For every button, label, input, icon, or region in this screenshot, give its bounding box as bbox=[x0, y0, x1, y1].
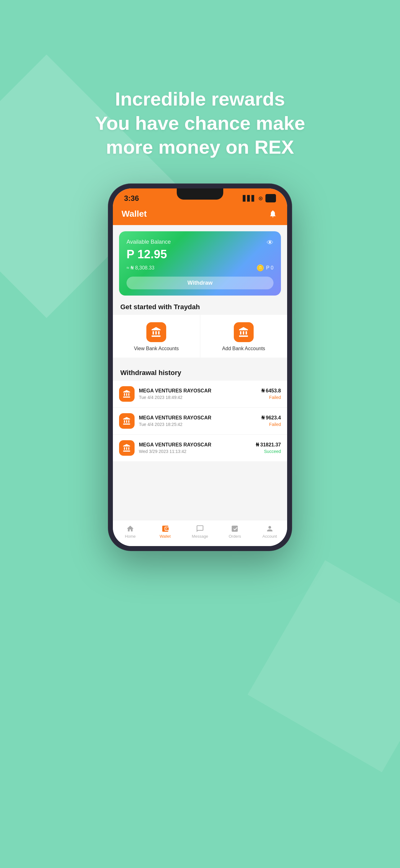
balance-card: 👁 Available Balance P 12.95 ≈ ₦ 8,308.33… bbox=[119, 231, 281, 296]
history-bank-icon-2 bbox=[119, 413, 135, 429]
history-right-3: ₦ 31821.37 Succeed bbox=[256, 442, 281, 454]
battery-badge: 87 bbox=[265, 194, 276, 203]
history-right-2: ₦ 9623.4 Failed bbox=[261, 415, 281, 427]
add-bank-accounts-item[interactable]: Add Bank Accounts bbox=[200, 315, 288, 358]
balance-label: Available Balance bbox=[127, 239, 273, 245]
nav-home[interactable]: Home bbox=[118, 525, 143, 538]
withdraw-button[interactable]: Withdraw bbox=[127, 277, 273, 289]
nav-account[interactable]: Account bbox=[257, 525, 282, 538]
nav-message[interactable]: Message bbox=[188, 525, 212, 538]
wallet-header-title: Wallet bbox=[122, 209, 147, 219]
bottom-nav: Home Wallet Message bbox=[113, 520, 287, 546]
signal-icon: ▋▋▋ bbox=[243, 195, 256, 202]
nav-wallet[interactable]: Wallet bbox=[153, 525, 178, 538]
history-info-3: MEGA VENTURES RAYOSCAR Wed 3/29 2023 11:… bbox=[139, 442, 252, 454]
get-started-title: Get started with Traydah bbox=[113, 296, 287, 315]
phone-notch bbox=[177, 188, 223, 199]
history-right-1: ₦ 6453.8 Failed bbox=[261, 388, 281, 400]
history-info-2: MEGA VENTURES RAYOSCAR Tue 4/4 2023 18:2… bbox=[139, 415, 257, 427]
nav-message-label: Message bbox=[192, 534, 208, 538]
page-container: Incredible rewards You have chance make … bbox=[0, 0, 400, 868]
coins-badge: 🪙 P 0 bbox=[257, 264, 273, 272]
scroll-content: 👁 Available Balance P 12.95 ≈ ₦ 8,308.33… bbox=[113, 225, 287, 520]
view-bank-icon bbox=[146, 322, 166, 342]
history-bank-icon-3 bbox=[119, 440, 135, 456]
balance-amount: P 12.95 bbox=[127, 248, 273, 261]
history-amount-2: ₦ 9623.4 bbox=[261, 415, 281, 421]
nav-orders-label: Orders bbox=[229, 534, 241, 538]
history-date-1: Tue 4/4 2023 18:49:42 bbox=[139, 395, 257, 400]
nav-account-label: Account bbox=[262, 534, 277, 538]
history-item-2[interactable]: MEGA VENTURES RAYOSCAR Tue 4/4 2023 18:2… bbox=[113, 408, 287, 435]
nav-wallet-label: Wallet bbox=[160, 534, 171, 538]
withdrawal-history-title: Withdrawal history bbox=[113, 361, 287, 381]
history-amount-1: ₦ 6453.8 bbox=[261, 388, 281, 394]
eye-icon[interactable]: 👁 bbox=[267, 239, 273, 247]
balance-row: ≈ ₦ 8,308.33 🪙 P 0 bbox=[127, 264, 273, 272]
history-date-3: Wed 3/29 2023 11:13:42 bbox=[139, 449, 252, 454]
phone-frame: 3:36 ▋▋▋ ⊛ 87 Wallet bbox=[108, 184, 292, 550]
coins-icon: 🪙 bbox=[257, 264, 264, 272]
nav-home-label: Home bbox=[125, 534, 136, 538]
history-name-1: MEGA VENTURES RAYOSCAR bbox=[139, 388, 257, 394]
headline: Incredible rewards You have chance make … bbox=[64, 87, 336, 159]
add-bank-label: Add Bank Accounts bbox=[222, 346, 265, 351]
notification-bell-icon[interactable] bbox=[267, 208, 278, 219]
history-info-1: MEGA VENTURES RAYOSCAR Tue 4/4 2023 18:4… bbox=[139, 388, 257, 400]
view-bank-label: View Bank Accounts bbox=[134, 346, 179, 351]
history-status-2: Failed bbox=[261, 422, 281, 427]
history-name-3: MEGA VENTURES RAYOSCAR bbox=[139, 442, 252, 448]
history-bank-icon-1 bbox=[119, 386, 135, 402]
phone-screen: 3:36 ▋▋▋ ⊛ 87 Wallet bbox=[113, 188, 287, 546]
withdrawal-history-list: MEGA VENTURES RAYOSCAR Tue 4/4 2023 18:4… bbox=[113, 381, 287, 461]
history-item-1[interactable]: MEGA VENTURES RAYOSCAR Tue 4/4 2023 18:4… bbox=[113, 381, 287, 408]
history-status-3: Succeed bbox=[256, 449, 281, 454]
app-header: Wallet bbox=[113, 206, 287, 225]
history-date-2: Tue 4/4 2023 18:25:42 bbox=[139, 422, 257, 427]
bank-actions: View Bank Accounts Add Bank Accounts bbox=[113, 315, 287, 358]
history-name-2: MEGA VENTURES RAYOSCAR bbox=[139, 415, 257, 421]
status-icons: ▋▋▋ ⊛ 87 bbox=[243, 194, 276, 203]
view-bank-accounts-item[interactable]: View Bank Accounts bbox=[113, 315, 200, 358]
history-status-1: Failed bbox=[261, 395, 281, 400]
add-bank-icon bbox=[234, 322, 254, 342]
wifi-icon: ⊛ bbox=[258, 195, 263, 202]
history-item-3[interactable]: MEGA VENTURES RAYOSCAR Wed 3/29 2023 11:… bbox=[113, 435, 287, 461]
history-amount-3: ₦ 31821.37 bbox=[256, 442, 281, 448]
status-time: 3:36 bbox=[124, 194, 139, 203]
nav-orders[interactable]: Orders bbox=[222, 525, 247, 538]
coins-amount: P 0 bbox=[266, 265, 273, 271]
balance-naira: ≈ ₦ 8,308.33 bbox=[127, 265, 155, 271]
